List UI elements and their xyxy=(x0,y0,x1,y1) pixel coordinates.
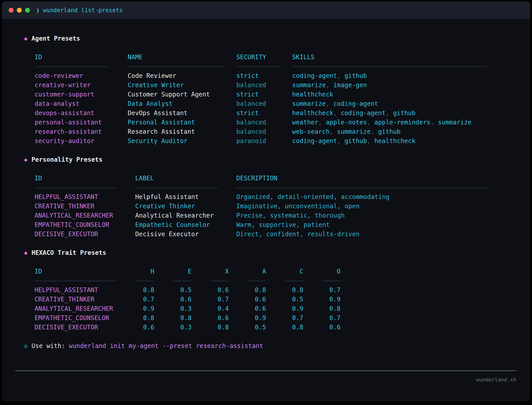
underline-rule xyxy=(285,281,303,281)
terminal-window: ❯ wunderland list-presets ◆Agent Presets… xyxy=(2,1,530,401)
cell-agent-skills: web-search, summarize, github xyxy=(292,127,517,136)
cell-trait-value: 0.6 xyxy=(154,295,192,304)
cell-agent-id: customer-support xyxy=(35,90,128,99)
cell-trait-value: 0.6 xyxy=(192,313,229,323)
cell-agent-skills: summarize, image-gen xyxy=(292,81,517,90)
cell-agent-id: personal-assistant xyxy=(35,118,128,127)
cell-personality-label: Helpful Assistant xyxy=(135,192,236,202)
cell-agent-skills: coding-agent, github xyxy=(292,71,517,81)
cell-trait-value: 0.3 xyxy=(154,323,192,332)
cell-agent-id: data-analyst xyxy=(35,99,128,108)
blank-line xyxy=(2,43,530,53)
cell-agent-skills: healthcheck, coding-agent, github xyxy=(292,108,517,118)
cell-agent-name: Research Assistant xyxy=(128,127,236,136)
cell-trait-value: 0.6 xyxy=(192,285,229,295)
header-underline xyxy=(135,276,154,285)
cell-agent-security: strict xyxy=(236,108,292,118)
skill-tag: weather xyxy=(292,119,318,126)
cell-personality-id: ANALYTICAL_RESEARCHER xyxy=(35,211,135,220)
column-header: ID xyxy=(35,174,135,183)
cell-agent-security: paranoid xyxy=(236,136,292,146)
agent-presets-table: IDNAMESECURITYSKILLScode-reviewerCode Re… xyxy=(35,53,517,146)
cell-hexaco-id: ANALYTICAL_RESEARCHER xyxy=(35,304,135,313)
diamond-outline-icon: ◇ xyxy=(24,341,32,351)
cell-agent-skills: summarize, coding-agent xyxy=(292,99,517,108)
usage-label: Use with: xyxy=(32,342,65,350)
header-underline xyxy=(128,62,236,71)
underline-rule xyxy=(136,281,154,281)
skill-tag: summarize xyxy=(292,81,326,89)
cell-personality-description: Imaginative, unconventional, open xyxy=(236,202,517,211)
skill-tag: apple-notes xyxy=(326,119,367,126)
column-header: H xyxy=(135,267,154,276)
skill-tag: coding-agent xyxy=(333,100,378,107)
cell-agent-security: balanced xyxy=(236,99,292,108)
cell-personality-label: Empathetic Counselor xyxy=(135,220,236,230)
cell-trait-value: 0.9 xyxy=(229,313,266,323)
cell-agent-skills: weather, apple-notes, apple-reminders, s… xyxy=(292,118,517,127)
skill-tag: github xyxy=(345,72,367,79)
header-underline xyxy=(154,276,192,285)
cell-agent-name: Code Reviewer xyxy=(128,71,236,81)
cell-trait-value: 0.3 xyxy=(154,304,192,313)
blank-line xyxy=(2,146,530,155)
usage-command: wunderland init my-agent --preset resear… xyxy=(65,342,263,350)
underline-rule xyxy=(236,187,488,188)
blank-line xyxy=(2,332,530,341)
header-underline xyxy=(236,62,292,71)
underline-rule xyxy=(35,66,109,67)
section-title-hexaco: ◆HEXACO Trait Presets xyxy=(2,248,530,257)
section-title-text: Agent Presets xyxy=(32,35,80,42)
cell-trait-value: 0.7 xyxy=(266,313,303,323)
skill-tag: coding-agent xyxy=(292,137,337,145)
skill-tag: coding-agent xyxy=(341,109,386,117)
underline-rule xyxy=(211,281,229,281)
cell-trait-value: 0.8 xyxy=(229,285,266,295)
cell-trait-value: 0.5 xyxy=(154,285,192,295)
maximize-button[interactable] xyxy=(25,8,30,13)
cell-personality-description: Organized, detail-oriented, accommodatin… xyxy=(236,192,517,202)
skill-separator: , xyxy=(371,128,378,135)
skill-tag: github xyxy=(345,137,367,145)
window-controls xyxy=(9,8,30,13)
column-header: E xyxy=(154,267,192,276)
skill-separator: , xyxy=(326,81,333,89)
cell-trait-value: 0.5 xyxy=(229,323,266,332)
column-header: DESCRIPTION xyxy=(236,174,517,183)
titlebar-command: wunderland list-presets xyxy=(43,7,123,14)
close-button[interactable] xyxy=(9,8,13,13)
cell-personality-id: HELPFUL_ASSISTANT xyxy=(35,192,135,202)
column-header: LABEL xyxy=(135,174,236,183)
cell-personality-description: Precise, systematic, thorough xyxy=(236,211,517,220)
skill-separator: , xyxy=(326,100,333,107)
column-header: SECURITY xyxy=(236,53,292,62)
cell-personality-id: DECISIVE_EXECUTOR xyxy=(35,230,135,239)
cell-trait-value: 0.8 xyxy=(266,285,303,295)
skill-separator: , xyxy=(337,137,345,145)
cell-trait-value: 0.7 xyxy=(303,285,340,295)
underline-rule xyxy=(135,187,218,188)
cell-trait-value: 0.7 xyxy=(303,313,340,323)
cell-trait-value: 0.8 xyxy=(266,323,303,332)
prompt-chevron-icon: ❯ xyxy=(36,7,40,14)
skill-separator: , xyxy=(337,72,345,79)
header-underline xyxy=(236,183,517,192)
blank-line xyxy=(2,257,530,267)
minimize-button[interactable] xyxy=(17,8,22,13)
cell-trait-value: 0.5 xyxy=(266,295,303,304)
section-title-text: HEXACO Trait Presets xyxy=(32,249,106,256)
skill-separator: , xyxy=(330,128,337,135)
skill-tag: summarize xyxy=(337,128,371,135)
skill-separator: , xyxy=(386,109,393,117)
header-underline xyxy=(229,276,266,285)
cell-trait-value: 0.6 xyxy=(303,323,340,332)
column-header: X xyxy=(192,267,229,276)
underline-rule xyxy=(173,281,192,281)
cell-trait-value: 0.6 xyxy=(229,304,266,313)
skill-tag: healthcheck xyxy=(374,137,415,145)
skill-tag: coding-agent xyxy=(292,72,337,79)
header-underline xyxy=(266,276,303,285)
skill-tag: github xyxy=(378,128,400,135)
cell-agent-name: DevOps Assistant xyxy=(128,108,236,118)
section-title-text: Personality Presets xyxy=(32,156,102,163)
